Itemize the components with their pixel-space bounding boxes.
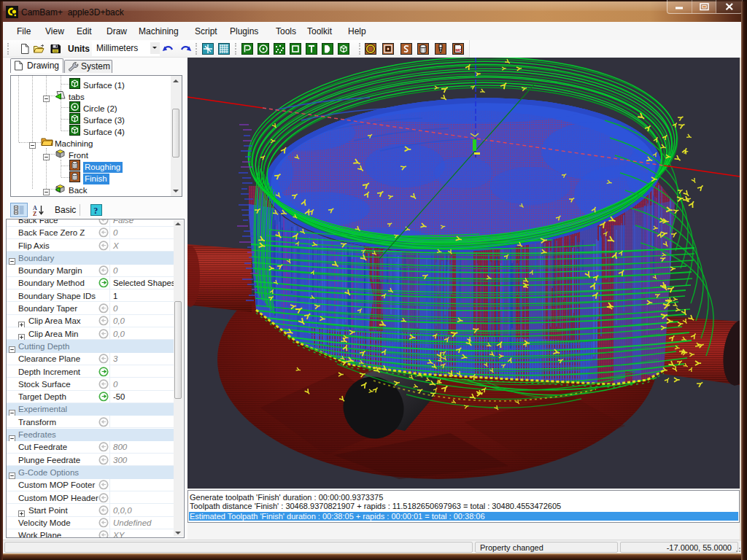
svg-text:?: ? (93, 206, 98, 216)
svg-text:MC: MC (455, 48, 462, 52)
svg-text:Z: Z (33, 211, 36, 217)
